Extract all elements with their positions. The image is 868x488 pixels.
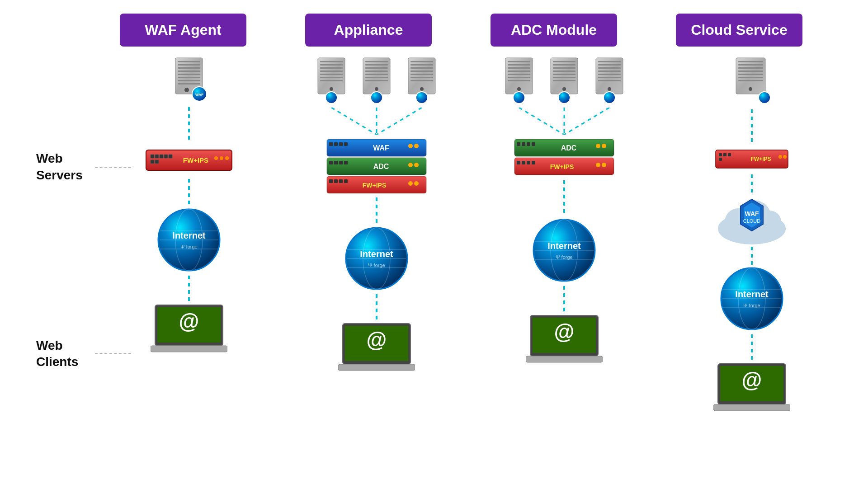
svg-rect-81 [344, 161, 348, 164]
svg-point-173 [759, 92, 770, 103]
col3-line2 [563, 180, 565, 216]
svg-rect-57 [410, 61, 433, 62]
svg-rect-119 [553, 74, 576, 75]
svg-rect-86 [329, 179, 333, 183]
svg-text:ADC: ADC [373, 163, 389, 170]
col2-laptop: @ [338, 321, 415, 377]
svg-rect-72 [339, 142, 343, 146]
servers-svg-col3 [501, 56, 627, 108]
svg-text:@: @ [366, 328, 387, 352]
col1-server: WAF [169, 56, 209, 107]
svg-point-83 [408, 163, 413, 167]
svg-rect-148 [527, 161, 530, 164]
svg-rect-140 [527, 142, 530, 146]
svg-text:@: @ [554, 320, 574, 343]
svg-rect-61 [410, 74, 433, 75]
svg-rect-43 [320, 80, 343, 81]
svg-rect-17 [169, 155, 172, 158]
col3-line3 [563, 286, 565, 313]
fan-svg-col2 [313, 108, 440, 135]
col2-line2 [376, 197, 377, 225]
svg-rect-178 [719, 158, 722, 161]
svg-rect-16 [164, 155, 168, 158]
svg-rect-41 [320, 74, 343, 75]
svg-rect-59 [410, 67, 433, 69]
svg-rect-110 [508, 77, 530, 78]
col-header-2: Appliance [289, 14, 448, 47]
svg-rect-2 [178, 64, 200, 66]
internet-svg-col3: Internet Ψ forge [530, 216, 598, 284]
svg-text:FW+IPS: FW+IPS [362, 182, 386, 189]
svg-rect-167 [738, 67, 763, 69]
cloud-waf-svg: WAF CLOUD [711, 192, 793, 247]
col2-line3 [376, 294, 377, 321]
svg-point-151 [596, 163, 600, 167]
svg-rect-62 [410, 77, 433, 78]
col2-stack: WAF ADC [322, 137, 431, 195]
web-servers-label: WebServers [36, 150, 83, 183]
col2-internet: Internet Ψ forge [343, 225, 410, 294]
svg-rect-103 [338, 364, 415, 371]
col-header-3: ADC Module [475, 14, 633, 47]
svg-rect-109 [508, 74, 530, 75]
col3-servers [501, 56, 627, 108]
svg-rect-163 [526, 356, 603, 362]
svg-rect-125 [598, 61, 621, 62]
svg-rect-111 [508, 80, 530, 81]
svg-rect-89 [344, 179, 348, 183]
svg-line-134 [519, 108, 564, 135]
svg-line-66 [331, 108, 377, 135]
svg-rect-6 [178, 77, 200, 78]
internet-svg-col4: Internet Ψ forge [718, 265, 786, 333]
svg-rect-106 [508, 64, 530, 66]
svg-point-65 [416, 92, 428, 103]
svg-rect-48 [365, 64, 388, 66]
svg-rect-60 [410, 70, 433, 72]
col2-fan [313, 108, 440, 135]
svg-rect-170 [738, 77, 763, 78]
svg-rect-49 [365, 67, 388, 69]
col3-internet: Internet Ψ forge [530, 216, 598, 286]
svg-rect-70 [329, 142, 333, 146]
svg-point-123 [558, 92, 570, 103]
svg-rect-79 [334, 161, 338, 164]
svg-rect-63 [410, 80, 433, 81]
col3-header-badge: ADC Module [491, 14, 617, 47]
svg-rect-131 [598, 80, 621, 81]
col4-fw: FW+IPS [713, 148, 790, 172]
svg-rect-42 [320, 77, 343, 78]
svg-rect-108 [508, 70, 530, 72]
svg-rect-120 [553, 77, 576, 78]
svg-text:@: @ [741, 368, 762, 392]
svg-rect-78 [329, 161, 333, 164]
svg-line-68 [377, 108, 422, 135]
servers-svg-col2 [313, 56, 440, 108]
laptop-svg-col4: @ [713, 361, 790, 416]
svg-rect-14 [155, 155, 159, 158]
svg-rect-107 [508, 67, 530, 69]
svg-point-180 [778, 155, 782, 159]
col4: FW+IPS [675, 56, 829, 488]
svg-rect-118 [553, 70, 576, 72]
svg-rect-130 [598, 77, 621, 78]
svg-rect-35 [151, 346, 227, 352]
svg-point-92 [414, 181, 419, 186]
laptop-svg-col3: @ [526, 313, 603, 367]
svg-point-45 [326, 92, 337, 103]
svg-point-55 [371, 92, 382, 103]
left-labels: WebServers WebClients [36, 56, 108, 488]
svg-rect-40 [320, 70, 343, 72]
svg-point-22 [220, 156, 223, 160]
svg-rect-73 [344, 142, 348, 146]
svg-point-44 [330, 87, 333, 91]
svg-point-172 [749, 87, 752, 91]
svg-point-143 [596, 144, 600, 148]
svg-point-181 [783, 155, 787, 159]
svg-point-133 [604, 92, 615, 103]
laptop-svg-col2: @ [338, 321, 415, 375]
internet-svg-col2: Internet Ψ forge [343, 225, 410, 292]
svg-point-91 [408, 181, 413, 186]
svg-rect-129 [598, 74, 621, 75]
col4-line4 [751, 334, 753, 361]
svg-rect-175 [719, 153, 722, 156]
